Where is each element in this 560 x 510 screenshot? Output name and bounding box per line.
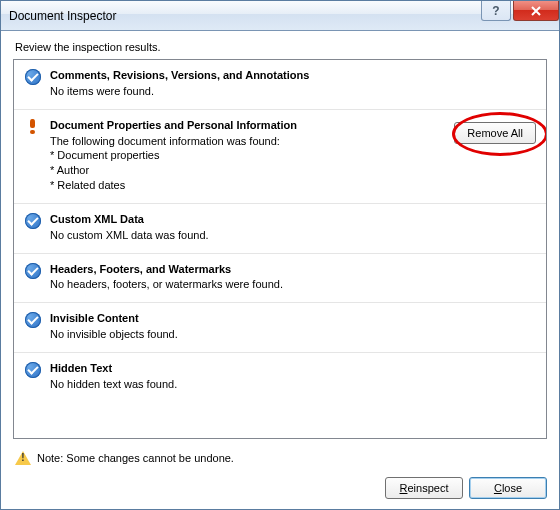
- section-title: Hidden Text: [50, 361, 536, 376]
- section-title: Headers, Footers, and Watermarks: [50, 262, 536, 277]
- section-body: Custom XML Data No custom XML data was f…: [42, 212, 536, 243]
- section-customxml: Custom XML Data No custom XML data was f…: [14, 204, 546, 254]
- warning-icon: [15, 451, 31, 465]
- dialog-window: Document Inspector ? Review the inspecti…: [0, 0, 560, 510]
- section-detail: No custom XML data was found.: [50, 228, 536, 243]
- reinspect-button[interactable]: Reinspect: [385, 477, 463, 499]
- status-icon: [24, 212, 42, 243]
- remove-all-button[interactable]: Remove All: [454, 122, 536, 144]
- section-body: Headers, Footers, and Watermarks No head…: [42, 262, 536, 293]
- check-icon: [25, 69, 41, 85]
- status-icon: [24, 361, 42, 392]
- section-action: Remove All: [448, 118, 536, 193]
- close-icon: [530, 6, 542, 16]
- exclamation-icon: [30, 119, 36, 133]
- section-body: Hidden Text No hidden text was found.: [42, 361, 536, 392]
- window-title: Document Inspector: [9, 9, 481, 23]
- section-detail: No items were found.: [50, 84, 536, 99]
- titlebar-buttons: ?: [481, 1, 559, 30]
- note-row: Note: Some changes cannot be undone.: [15, 451, 547, 465]
- check-icon: [25, 213, 41, 229]
- status-icon: [24, 68, 42, 99]
- check-icon: [25, 362, 41, 378]
- section-title: Document Properties and Personal Informa…: [50, 118, 448, 133]
- section-detail: The following document information was f…: [50, 134, 448, 193]
- section-hiddentext: Hidden Text No hidden text was found.: [14, 353, 546, 402]
- status-icon: [24, 262, 42, 293]
- section-title: Invisible Content: [50, 311, 536, 326]
- section-body: Document Properties and Personal Informa…: [42, 118, 448, 193]
- window-close-button[interactable]: [513, 1, 559, 21]
- section-title: Comments, Revisions, Versions, and Annot…: [50, 68, 536, 83]
- section-detail: No invisible objects found.: [50, 327, 536, 342]
- dialog-body: Review the inspection results. Comments,…: [1, 31, 559, 509]
- check-icon: [25, 263, 41, 279]
- status-icon: [24, 118, 42, 193]
- instruction-text: Review the inspection results.: [15, 41, 547, 53]
- help-icon: ?: [492, 4, 499, 18]
- note-text: Note: Some changes cannot be undone.: [37, 452, 234, 464]
- section-body: Invisible Content No invisible objects f…: [42, 311, 536, 342]
- section-headers: Headers, Footers, and Watermarks No head…: [14, 254, 546, 304]
- section-body: Comments, Revisions, Versions, and Annot…: [42, 68, 536, 99]
- results-panel: Comments, Revisions, Versions, and Annot…: [13, 59, 547, 439]
- footer-buttons: Reinspect Close: [13, 477, 547, 499]
- check-icon: [25, 312, 41, 328]
- dialog-footer: Note: Some changes cannot be undone. Rei…: [13, 439, 547, 499]
- status-icon: [24, 311, 42, 342]
- close-button[interactable]: Close: [469, 477, 547, 499]
- help-button[interactable]: ?: [481, 1, 511, 21]
- section-docprops: Document Properties and Personal Informa…: [14, 110, 546, 204]
- section-title: Custom XML Data: [50, 212, 536, 227]
- section-detail: No hidden text was found.: [50, 377, 536, 392]
- titlebar: Document Inspector ?: [1, 1, 559, 31]
- section-comments: Comments, Revisions, Versions, and Annot…: [14, 60, 546, 110]
- section-detail: No headers, footers, or watermarks were …: [50, 277, 536, 292]
- section-invisible: Invisible Content No invisible objects f…: [14, 303, 546, 353]
